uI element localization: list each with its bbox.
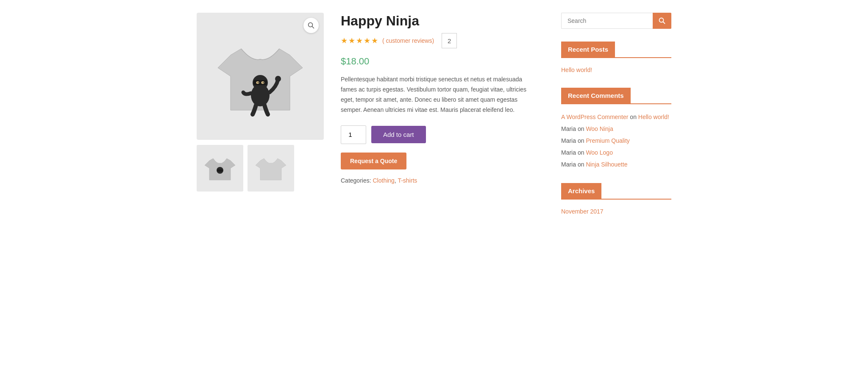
- comment-5: Maria on Ninja Silhouette: [561, 158, 671, 170]
- sidebar: Recent Posts Hello world! Recent Comment…: [561, 13, 671, 229]
- rating-row: ★★★★★ ( customer reviews) 2: [341, 33, 536, 48]
- svg-line-1: [312, 27, 314, 28]
- product-images: [197, 13, 324, 229]
- svg-point-8: [263, 82, 264, 83]
- svg-point-7: [258, 82, 259, 83]
- archive-nov-2017[interactable]: November 2017: [561, 208, 604, 215]
- recent-comments-title: Recent Comments: [561, 88, 631, 103]
- thumbnail-1[interactable]: [197, 145, 243, 192]
- review-link[interactable]: ( customer reviews): [382, 37, 434, 44]
- svg-point-9: [275, 76, 281, 82]
- comment-post-link-1[interactable]: Hello world!: [638, 114, 669, 120]
- product-description: Pellentesque habitant morbi tristique se…: [341, 75, 536, 115]
- search-widget: [561, 13, 671, 29]
- request-quote-button[interactable]: Request a Quote: [341, 153, 406, 169]
- zoom-button[interactable]: [303, 18, 319, 33]
- comment-2: Maria on Woo Ninja: [561, 123, 671, 135]
- archives-widget: Archives November 2017: [561, 183, 671, 217]
- product-title: Happy Ninja: [341, 13, 536, 29]
- categories-label: Categories:: [341, 177, 371, 184]
- recent-comments-widget: Recent Comments A WordPress Commenter on…: [561, 88, 671, 170]
- archives-header: Archives: [561, 183, 671, 200]
- category-clothing[interactable]: Clothing: [373, 177, 394, 184]
- review-count-badge: 2: [442, 33, 457, 48]
- commenter-5: Maria: [561, 161, 576, 168]
- commenter-link-1[interactable]: A WordPress Commenter: [561, 114, 628, 120]
- recent-posts-header: Recent Posts: [561, 42, 671, 58]
- categories-row: Categories: Clothing, T-shirts: [341, 177, 536, 184]
- quantity-input[interactable]: [341, 125, 366, 144]
- comment-4: Maria on Woo Logo: [561, 147, 671, 158]
- recent-posts-widget: Recent Posts Hello world!: [561, 42, 671, 75]
- product-price: $18.00: [341, 56, 536, 67]
- commenter-2: Maria: [561, 125, 576, 132]
- recent-comments-header: Recent Comments: [561, 88, 671, 104]
- thumbnail-row: [197, 145, 324, 192]
- recent-posts-list: Hello world!: [561, 65, 671, 75]
- search-button[interactable]: [653, 13, 671, 29]
- category-tshirts[interactable]: T-shirts: [398, 177, 417, 184]
- add-to-cart-row: Add to cart: [341, 125, 536, 144]
- svg-rect-11: [217, 169, 223, 172]
- product-area: Happy Ninja ★★★★★ ( customer reviews) 2 …: [197, 13, 536, 229]
- thumbnail-2[interactable]: [248, 145, 294, 192]
- svg-rect-4: [253, 80, 267, 85]
- recent-posts-title: Recent Posts: [561, 42, 615, 57]
- archives-list: November 2017: [561, 206, 671, 217]
- list-item: Hello world!: [561, 65, 671, 75]
- star-rating: ★★★★★: [341, 36, 379, 45]
- main-product-image: [197, 13, 324, 140]
- comment-post-link-4[interactable]: Woo Logo: [586, 149, 613, 156]
- commenter-3: Maria: [561, 137, 576, 144]
- commenter-4: Maria: [561, 149, 576, 156]
- search-input[interactable]: [561, 13, 653, 29]
- comment-post-link-2[interactable]: Woo Ninja: [586, 125, 613, 132]
- comment-1: A WordPress Commenter on Hello world!: [561, 111, 671, 123]
- recent-post-hello-world[interactable]: Hello world!: [561, 67, 592, 73]
- add-to-cart-button[interactable]: Add to cart: [371, 126, 426, 143]
- list-item: November 2017: [561, 206, 671, 217]
- comment-3: Maria on Premium Quality: [561, 135, 671, 147]
- product-details: Happy Ninja ★★★★★ ( customer reviews) 2 …: [341, 13, 536, 229]
- comment-post-link-5[interactable]: Ninja Silhouette: [586, 161, 627, 168]
- svg-line-13: [663, 22, 665, 24]
- archives-title: Archives: [561, 183, 601, 199]
- comment-post-link-3[interactable]: Premium Quality: [586, 137, 629, 144]
